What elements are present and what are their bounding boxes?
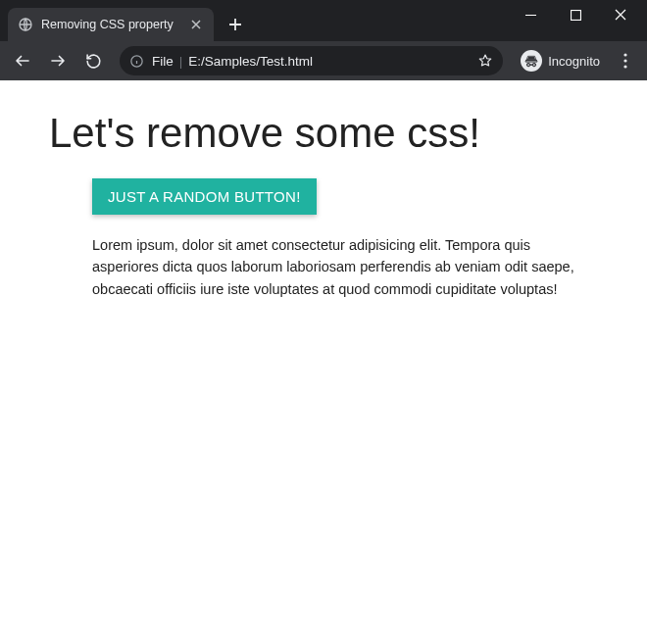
incognito-badge[interactable]: Incognito bbox=[515, 50, 606, 72]
svg-point-8 bbox=[623, 65, 626, 68]
reload-button[interactable] bbox=[78, 46, 108, 75]
window-controls bbox=[508, 0, 643, 29]
close-window-button[interactable] bbox=[598, 0, 643, 29]
incognito-icon bbox=[521, 50, 542, 72]
svg-point-6 bbox=[623, 53, 626, 56]
globe-icon bbox=[18, 17, 33, 32]
address-path: E:/Samples/Test.html bbox=[188, 54, 313, 69]
site-info-icon[interactable] bbox=[129, 54, 144, 69]
content-inner: JUST A RANDOM BUTTON! Lorem ipsum, dolor… bbox=[49, 178, 578, 300]
svg-point-7 bbox=[623, 59, 626, 62]
svg-rect-1 bbox=[571, 10, 580, 20]
paragraph-text: Lorem ipsum, dolor sit amet consectetur … bbox=[92, 234, 578, 300]
menu-button[interactable] bbox=[612, 47, 639, 74]
tab-title: Removing CSS property bbox=[41, 18, 180, 31]
address-text: File | E:/Samples/Test.html bbox=[152, 54, 470, 69]
new-tab-button[interactable] bbox=[224, 13, 247, 36]
svg-point-4 bbox=[533, 64, 536, 67]
browser-toolbar: File | E:/Samples/Test.html Incognito bbox=[0, 41, 647, 80]
maximize-button[interactable] bbox=[553, 0, 598, 29]
svg-point-3 bbox=[527, 64, 530, 67]
address-bar[interactable]: File | E:/Samples/Test.html bbox=[120, 46, 503, 75]
minimize-button[interactable] bbox=[508, 0, 553, 29]
incognito-label: Incognito bbox=[548, 54, 600, 69]
page-heading: Let's remove some css! bbox=[49, 110, 598, 157]
forward-button[interactable] bbox=[43, 46, 73, 75]
bookmark-star-icon[interactable] bbox=[477, 53, 493, 69]
random-button[interactable]: JUST A RANDOM BUTTON! bbox=[92, 178, 317, 215]
window-titlebar: Removing CSS property bbox=[0, 0, 647, 41]
address-separator: | bbox=[179, 54, 183, 69]
svg-rect-5 bbox=[525, 60, 537, 61]
browser-tab[interactable]: Removing CSS property bbox=[8, 8, 214, 41]
address-scheme: File bbox=[152, 54, 174, 69]
back-button[interactable] bbox=[8, 46, 37, 75]
close-tab-button[interactable] bbox=[188, 17, 204, 32]
page-content: Let's remove some css! JUST A RANDOM BUT… bbox=[0, 80, 647, 329]
